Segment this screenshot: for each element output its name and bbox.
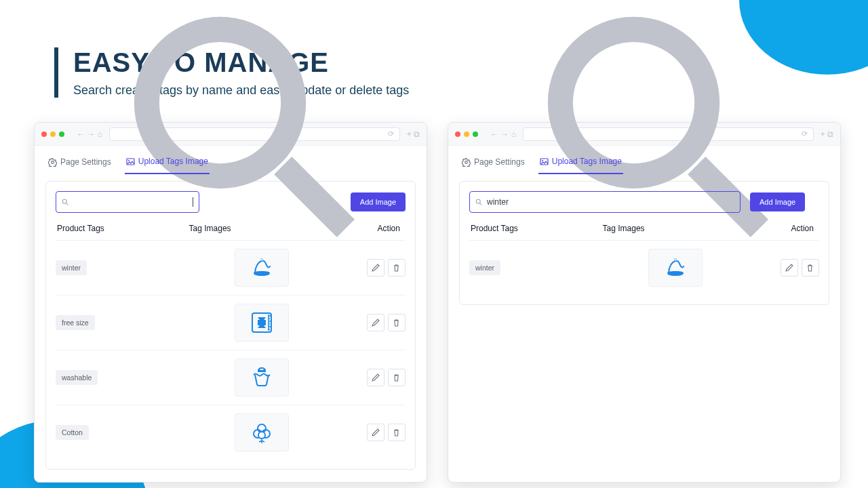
column-header-tags: Product Tags (57, 224, 189, 233)
edit-button[interactable] (367, 259, 384, 277)
tag-chip: winter (56, 260, 87, 275)
search-input-wrap[interactable] (56, 191, 199, 213)
trash-icon (392, 264, 401, 272)
tag-image-preview (648, 249, 703, 287)
column-header-action: Action (749, 224, 818, 233)
search-icon (62, 199, 69, 206)
add-image-button[interactable]: Add Image (351, 192, 406, 211)
tab-label: Page Settings (474, 157, 525, 167)
tab-label: Page Settings (60, 157, 111, 167)
table-row: free size (56, 295, 406, 350)
tab-label: Upload Tags Image (552, 157, 622, 166)
chrome-actions[interactable]: + ⧉ (407, 129, 420, 139)
tab-upload-tags-image[interactable]: Upload Tags Image (125, 152, 210, 174)
search-input[interactable] (73, 197, 189, 207)
browser-chrome: ← → ⌂ ⟳ + ⧉ (448, 123, 840, 146)
tab-label: Upload Tags Image (138, 157, 208, 166)
search-input[interactable] (487, 197, 734, 207)
nav-arrows[interactable]: ← → ⌂ (490, 129, 516, 139)
add-image-button[interactable]: Add Image (750, 192, 805, 211)
delete-button[interactable] (388, 424, 406, 441)
edit-button[interactable] (781, 259, 798, 277)
trash-icon (392, 373, 401, 382)
edit-button[interactable] (367, 314, 384, 331)
cotton-icon (248, 419, 275, 446)
address-bar[interactable]: ⟳ (109, 127, 400, 141)
delete-button[interactable] (388, 259, 406, 277)
column-header-images: Tag Images (189, 224, 335, 233)
tab-page-settings[interactable]: Page Settings (47, 152, 113, 174)
tag-image-preview (235, 413, 289, 451)
tag-chip: Cotton (56, 425, 89, 440)
tag-chip: winter (469, 260, 500, 275)
browser-window-right: ← → ⌂ ⟳ + ⧉ Page Settings Upload Tags Im… (448, 122, 841, 483)
winter-hat-icon (662, 254, 689, 281)
search-icon (475, 199, 483, 206)
table-row: washable (56, 350, 406, 405)
wash-icon (248, 364, 275, 391)
search-input-wrap[interactable] (469, 191, 741, 213)
tab-upload-tags-image[interactable]: Upload Tags Image (538, 152, 623, 174)
winter-hat-icon (248, 254, 275, 281)
pencil-icon (371, 319, 380, 327)
trash-icon (392, 319, 401, 327)
size-icon (248, 309, 275, 336)
tag-chip: free size (56, 315, 95, 330)
column-header-images: Tag Images (603, 224, 749, 233)
pencil-icon (371, 428, 380, 437)
pencil-icon (371, 373, 380, 382)
table-row: Cotton (56, 405, 406, 460)
address-bar[interactable]: ⟳ (523, 127, 814, 141)
edit-button[interactable] (367, 369, 384, 386)
tags-panel: Add Image Product Tags Tag Images Action… (45, 181, 416, 470)
edit-button[interactable] (367, 424, 384, 441)
pencil-icon (785, 264, 793, 272)
browser-chrome: ← → ⌂ ⟳ + ⧉ (35, 123, 427, 146)
trash-icon (806, 264, 814, 272)
delete-button[interactable] (802, 259, 819, 277)
column-header-tags: Product Tags (471, 224, 603, 233)
delete-button[interactable] (388, 314, 406, 331)
trash-icon (392, 428, 401, 437)
chrome-actions[interactable]: + ⧉ (821, 129, 833, 139)
delete-button[interactable] (388, 369, 406, 386)
nav-arrows[interactable]: ← → ⌂ (77, 129, 102, 139)
tag-image-preview (235, 304, 289, 342)
column-header-action: Action (335, 224, 404, 233)
browser-window-left: ← → ⌂ ⟳ + ⧉ Page Settings Upload Tags Im… (34, 122, 427, 483)
tag-image-preview (235, 359, 289, 396)
pencil-icon (371, 264, 380, 272)
tag-chip: washable (56, 370, 98, 385)
tab-page-settings[interactable]: Page Settings (460, 152, 526, 174)
tag-image-preview (235, 249, 289, 287)
